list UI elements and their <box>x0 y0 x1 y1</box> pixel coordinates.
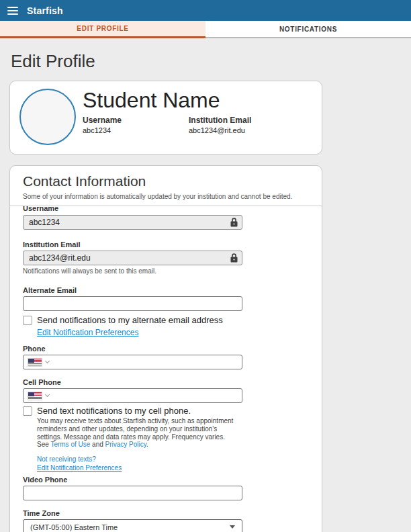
alt-email-opt-in: Send notifications to my alternate email… <box>23 315 244 338</box>
us-flag-icon[interactable] <box>28 359 42 366</box>
institution-email-helper: Notifications will always be sent to thi… <box>23 267 244 275</box>
institution-email-input[interactable] <box>23 251 242 265</box>
contact-header: Contact Information Some of your informa… <box>10 166 322 206</box>
field-institution-email: Institution Email Notifications will alw… <box>23 240 244 275</box>
sms-fine-print: You may receive texts about Starfish act… <box>37 417 236 449</box>
contact-fields: Username Institution Email <box>10 206 244 532</box>
username-label: Username <box>23 206 244 212</box>
cell-phone-input-box <box>23 388 242 403</box>
chevron-down-icon[interactable] <box>45 359 50 363</box>
sms-note-period: . <box>146 441 148 448</box>
field-alternate-email: Alternate Email <box>23 286 244 311</box>
time-zone-value: (GMT-05:00) Eastern Time <box>30 523 118 531</box>
field-phone: Phone <box>23 345 244 369</box>
edit-notification-preferences-link[interactable]: Edit Notification Preferences <box>37 328 138 337</box>
lock-icon <box>230 253 238 263</box>
us-flag-icon[interactable] <box>28 392 42 400</box>
alt-email-checkbox-label[interactable]: Send notifications to my alternate email… <box>37 315 223 325</box>
phone-input[interactable] <box>53 356 237 368</box>
phone-label: Phone <box>23 345 244 353</box>
contact-subtitle: Some of your information is automaticall… <box>23 193 309 200</box>
field-time-zone: Time Zone (GMT-05:00) Eastern Time <box>23 509 244 532</box>
edit-notification-preferences-link[interactable]: Edit Notification Preferences <box>37 464 244 472</box>
not-receiving-texts-link[interactable]: Not receiving texts? <box>37 455 244 463</box>
field-username: Username <box>23 206 244 230</box>
chevron-down-icon[interactable] <box>45 392 50 397</box>
profile-email-label: Institution Email <box>189 116 295 125</box>
contact-information-card: Contact Information Some of your informa… <box>9 165 322 532</box>
tab-notifications[interactable]: NOTIFICATIONS <box>205 21 411 38</box>
lock-icon <box>230 218 238 227</box>
institution-email-label: Institution Email <box>23 240 244 249</box>
tab-bar: EDIT PROFILE NOTIFICATIONS <box>0 21 411 38</box>
avatar[interactable] <box>19 89 76 145</box>
contact-title: Contact Information <box>23 173 309 189</box>
alternate-email-label: Alternate Email <box>23 286 244 294</box>
student-name: Student Name <box>83 88 312 113</box>
profile-info: Student Name Username abc1234 Institutio… <box>83 87 312 145</box>
phone-input-box <box>23 355 242 369</box>
video-phone-label: Video Phone <box>23 476 244 484</box>
video-phone-input[interactable] <box>23 486 242 500</box>
profile-summary-card: Student Name Username abc1234 Institutio… <box>9 81 322 154</box>
field-video-phone: Video Phone <box>23 476 244 500</box>
terms-of-use-link[interactable]: Terms of Use <box>50 441 90 448</box>
alternate-email-input[interactable] <box>23 296 242 311</box>
username-input[interactable] <box>23 215 242 230</box>
sms-opt-in: Send text notifications to my cell phone… <box>23 406 244 472</box>
menu-icon[interactable] <box>7 7 18 15</box>
cell-phone-input[interactable] <box>53 390 237 402</box>
tab-edit-profile[interactable]: EDIT PROFILE <box>0 21 205 38</box>
page-title: Edit Profile <box>11 51 400 72</box>
app-title: Starfish <box>27 5 63 16</box>
profile-username: Username abc1234 <box>83 116 189 134</box>
profile-email-value: abc1234@rit.edu <box>189 126 295 134</box>
field-cell-phone: Cell Phone <box>23 378 244 403</box>
sms-note-and: and <box>90 441 105 448</box>
privacy-policy-link[interactable]: Privacy Policy <box>105 441 147 448</box>
cell-phone-label: Cell Phone <box>23 378 244 386</box>
profile-institution-email: Institution Email abc1234@rit.edu <box>189 116 295 134</box>
time-zone-select[interactable]: (GMT-05:00) Eastern Time <box>23 519 242 532</box>
dropdown-arrow-icon <box>230 525 235 529</box>
sms-checkbox[interactable] <box>23 406 32 416</box>
app-bar: Starfish <box>0 0 411 21</box>
sms-checkbox-label[interactable]: Send text notifications to my cell phone… <box>37 406 191 416</box>
page-body: Edit Profile Student Name Username abc12… <box>0 38 411 532</box>
profile-username-value: abc1234 <box>83 126 189 134</box>
time-zone-label: Time Zone <box>23 509 244 517</box>
alt-email-checkbox[interactable] <box>23 316 32 325</box>
profile-username-label: Username <box>83 116 189 125</box>
